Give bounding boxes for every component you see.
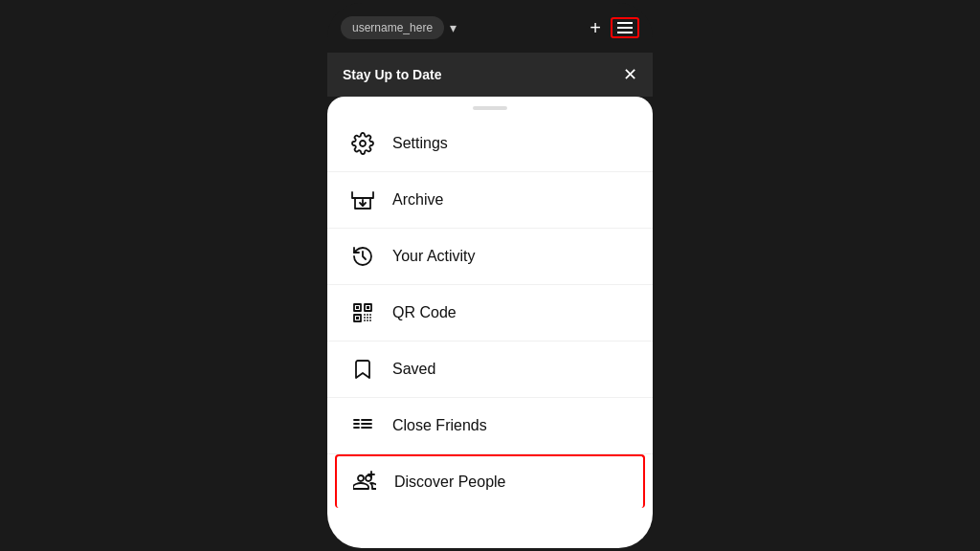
- notification-title: Stay Up to Date: [343, 67, 441, 82]
- header-bar: username_here ▾ +: [327, 3, 653, 53]
- saved-label: Saved: [392, 361, 435, 378]
- qr-code-icon: [350, 300, 375, 325]
- menu-item-close-friends[interactable]: Close Friends: [327, 398, 653, 454]
- menu-item-settings[interactable]: Settings: [327, 116, 653, 172]
- chevron-down-icon: ▾: [450, 20, 457, 35]
- close-friends-icon: [350, 413, 375, 438]
- close-friends-label: Close Friends: [392, 417, 487, 434]
- menu-list: Settings Archive: [327, 116, 653, 548]
- svg-rect-7: [356, 317, 359, 320]
- qr-code-label: QR Code: [392, 304, 457, 321]
- discover-people-icon: [352, 470, 377, 495]
- settings-label: Settings: [392, 135, 448, 152]
- phone-container: username_here ▾ + Stay Up to Date ✕: [327, 3, 653, 548]
- drawer-handle: [473, 106, 507, 110]
- drawer-handle-container: [327, 97, 653, 116]
- archive-label: Archive: [392, 191, 443, 209]
- svg-rect-6: [367, 306, 369, 309]
- add-button[interactable]: +: [590, 18, 601, 37]
- saved-icon: [350, 357, 375, 382]
- menu-item-qr-code[interactable]: QR Code: [327, 285, 653, 342]
- discover-item-inner: Discover People: [352, 470, 506, 495]
- discover-people-label: Discover People: [394, 474, 506, 491]
- username-display[interactable]: username_here: [341, 16, 444, 39]
- header-icons: +: [590, 17, 639, 38]
- menu-item-discover-people[interactable]: Discover People: [335, 454, 645, 508]
- hamburger-menu-button[interactable]: [611, 17, 639, 38]
- header-left: username_here ▾: [341, 16, 457, 39]
- hamburger-line-2: [617, 27, 633, 29]
- svg-rect-5: [356, 306, 359, 309]
- hamburger-line-3: [617, 32, 633, 33]
- archive-icon: [350, 187, 375, 212]
- settings-icon: [350, 131, 375, 156]
- notification-bar: Stay Up to Date ✕: [327, 53, 653, 97]
- menu-item-archive[interactable]: Archive: [327, 172, 653, 229]
- activity-icon: [350, 244, 375, 269]
- menu-drawer: Settings Archive: [327, 97, 653, 548]
- close-notification-button[interactable]: ✕: [623, 64, 637, 85]
- hamburger-line-1: [617, 22, 633, 24]
- menu-item-saved[interactable]: Saved: [327, 342, 653, 398]
- svg-point-0: [360, 141, 366, 146]
- menu-item-your-activity[interactable]: Your Activity: [327, 229, 653, 285]
- activity-label: Your Activity: [392, 248, 476, 265]
